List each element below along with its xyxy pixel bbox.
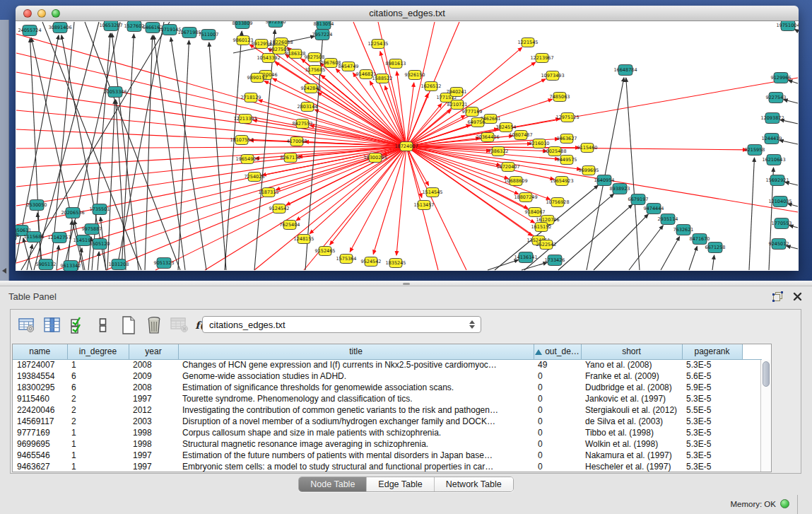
graph-node[interactable]: 2718129 — [241, 93, 261, 103]
graph-node[interactable]: 8938923 — [610, 184, 630, 194]
table-cell[interactable]: Franke et al. (2009) — [581, 370, 682, 382]
column-visibility-icon[interactable] — [42, 315, 63, 335]
graph-node[interactable]: 20206536 — [61, 208, 84, 218]
graph-node[interactable]: 20364436 — [476, 133, 499, 142]
table-row[interactable]: 946554611997Estimation of the future num… — [13, 450, 762, 461]
tab-edge-table[interactable]: Edge Table — [367, 477, 434, 491]
table-cell[interactable]: 1998 — [129, 427, 178, 438]
graph-node[interactable]: 8454749 — [339, 62, 359, 71]
table-cell[interactable]: 22420046 — [13, 404, 67, 416]
table-cell[interactable]: 5.3E-5 — [682, 450, 742, 461]
graph-node[interactable]: 8267130 — [281, 153, 301, 163]
graph-node[interactable]: 8033809 — [233, 21, 253, 29]
graph-node[interactable]: 16210643 — [762, 155, 785, 165]
table-cell[interactable]: 5.3E-5 — [682, 359, 742, 370]
graph-node[interactable]: 9449575 — [557, 156, 577, 165]
float-window-icon[interactable] — [771, 290, 784, 303]
graph-node[interactable]: 20053346 — [103, 87, 126, 98]
table-cell[interactable]: 9699695 — [13, 438, 67, 450]
graph-node[interactable]: 12093872 — [760, 113, 784, 124]
table-cell[interactable]: Wolkin et al. (1998) — [581, 438, 682, 450]
network-table-select[interactable]: citations_edges.txt — [202, 316, 481, 333]
table-cell[interactable]: 2 — [67, 404, 129, 416]
graph-node[interactable]: 1514545 — [423, 188, 443, 197]
graph-node[interactable]: 9124542 — [269, 204, 290, 214]
table-cell[interactable]: 1997 — [129, 461, 178, 472]
graph-node[interactable]: 6679197 — [628, 194, 649, 205]
graph-node[interactable]: 1640954 — [594, 175, 615, 186]
column-header-short[interactable]: short — [581, 344, 682, 359]
graph-node[interactable]: 9245012 — [769, 239, 789, 250]
table-row[interactable]: 969969511998Structural magnetic resonanc… — [13, 438, 762, 450]
graph-node[interactable]: 7254026 — [245, 173, 265, 182]
column-header-indegree[interactable]: in_degree — [67, 344, 129, 359]
graph-node[interactable]: 5905132 — [36, 259, 57, 270]
graph-node[interactable]: 2522542 — [536, 240, 557, 250]
table-row[interactable]: 1938455462009Genome-wide association stu… — [13, 370, 762, 382]
graph-node[interactable]: 1615152 — [531, 223, 552, 232]
table-cell[interactable]: 18724007 — [13, 359, 67, 370]
graph-node[interactable]: 10543392 — [257, 54, 280, 63]
graph-node[interactable]: 10973493 — [541, 71, 564, 81]
table-cell[interactable]: 1 — [67, 438, 129, 450]
column-header-title[interactable]: title — [178, 344, 534, 359]
table-cell[interactable]: 49 — [534, 359, 581, 370]
graph-node[interactable]: 1244419 — [762, 134, 782, 144]
table-cell[interactable]: 9115460 — [13, 393, 67, 404]
table-cell[interactable]: 0 — [534, 416, 581, 427]
table-cell[interactable]: Yano et al. (2008) — [581, 359, 682, 370]
delete-table-icon[interactable] — [169, 315, 190, 335]
graph-node[interactable]: 9524542 — [361, 257, 382, 267]
table-row[interactable]: 2242004622012Investigating the contribut… — [13, 404, 762, 416]
graph-node[interactable]: 9129966 — [771, 73, 792, 83]
graph-node[interactable]: 10807487 — [509, 131, 532, 140]
table-cell[interactable]: Dudbridge et al. (2008) — [581, 382, 682, 393]
table-row[interactable]: 911546021997Tourette syndrome. Phenomeno… — [13, 393, 762, 404]
table-cell[interactable]: 2003 — [129, 416, 178, 427]
graph-node[interactable]: 18807249 — [514, 193, 537, 202]
table-cell[interactable]: 2008 — [129, 382, 178, 393]
graph-node[interactable]: 6671258 — [705, 243, 726, 253]
window-titlebar[interactable]: citations_edges.txt — [16, 6, 799, 21]
graph-node[interactable]: 1115686 — [24, 232, 45, 243]
graph-node[interactable]: 9613342 — [61, 261, 81, 271]
table-cell[interactable]: 0 — [534, 382, 581, 393]
table-cell[interactable]: 9463627 — [13, 461, 67, 472]
table-cell[interactable]: 0 — [534, 450, 581, 461]
table-cell[interactable]: Changes of HCN gene expression and I(f) … — [178, 359, 534, 370]
graph-node[interactable]: 14136141 — [514, 252, 537, 263]
table-settings-icon[interactable] — [16, 315, 37, 335]
table-cell[interactable]: 2 — [67, 393, 129, 404]
graph-node[interactable]: 1187315 — [259, 188, 279, 197]
graph-node[interactable]: 2935114 — [658, 214, 678, 225]
table-cell[interactable]: Nakamura et al. (1997) — [581, 450, 682, 461]
table-cell[interactable]: 9465546 — [13, 450, 67, 461]
graph-node[interactable]: 9115460 — [577, 144, 598, 153]
graph-node[interactable]: 1575364 — [336, 255, 357, 264]
graph-node[interactable]: 1835245 — [386, 259, 406, 268]
graph-node[interactable]: 7957224 — [312, 30, 333, 40]
table-row[interactable]: 977716911998Corpus callosum shape and si… — [13, 427, 762, 438]
graph-node[interactable]: 1031208 — [109, 259, 129, 270]
graph-node[interactable]: 1225435 — [368, 40, 389, 49]
table-cell[interactable]: 0 — [534, 427, 581, 438]
splitter-grip[interactable] — [403, 283, 410, 285]
table-cell[interactable]: 6 — [67, 370, 129, 382]
table-cell[interactable]: 1997 — [129, 450, 178, 461]
table-cell[interactable]: 2012 — [129, 404, 178, 416]
table-cell[interactable]: Hescheler et al. (1997) — [581, 461, 682, 472]
graph-node[interactable]: 9975887 — [82, 224, 102, 235]
table-cell[interactable]: 1 — [67, 427, 129, 438]
graph-node[interactable]: 5972310 — [266, 21, 286, 28]
column-header-outde[interactable]: out_de… — [534, 344, 581, 359]
graph-node[interactable]: 8210721 — [447, 100, 468, 110]
table-cell[interactable]: Disruption of a novel member of a sodium… — [178, 416, 534, 427]
graph-node[interactable]: 1221545 — [518, 38, 539, 47]
graph-node[interactable]: 1588522 — [372, 74, 393, 83]
graph-node[interactable]: 9463627 — [557, 134, 577, 144]
graph-node[interactable]: 8471670 — [690, 234, 710, 245]
table-cell[interactable]: 14569117 — [13, 416, 67, 427]
table-cell[interactable]: Corpus callosum shape and size in male p… — [178, 427, 534, 438]
table-cell[interactable]: 5.5E-5 — [682, 404, 742, 416]
table-scrollbar-thumb[interactable] — [763, 361, 770, 387]
